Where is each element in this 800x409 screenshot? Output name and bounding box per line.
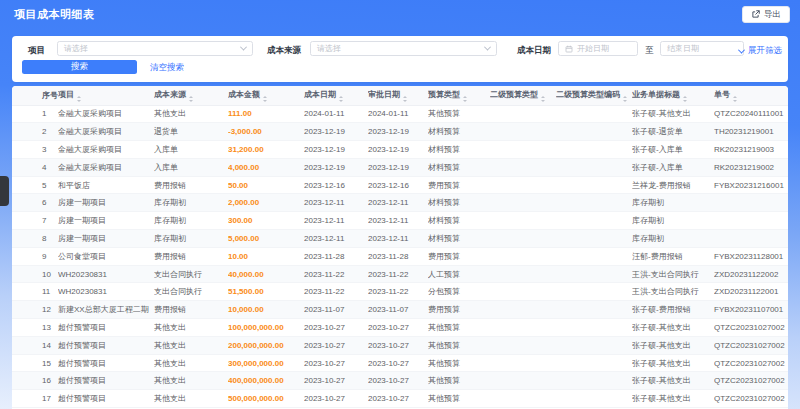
table-cell: 7 bbox=[12, 212, 58, 230]
table-row[interactable]: 13超付预警项目其他支出100,000,000.002023-10-272023… bbox=[12, 319, 788, 337]
sort-icon[interactable] bbox=[339, 96, 343, 102]
table-cell: 房建一期项目 bbox=[58, 194, 154, 212]
table-cell: 10 bbox=[12, 265, 58, 283]
search-button[interactable]: 搜索 bbox=[22, 60, 137, 74]
table-cell: 超付预警项目 bbox=[58, 336, 154, 354]
table-cell: FYBX20231216001 bbox=[714, 176, 788, 194]
end-date-input[interactable]: 结束日期 bbox=[660, 41, 744, 56]
sort-icon[interactable] bbox=[463, 96, 467, 102]
table-row[interactable]: 14超付预警项目其他支出200,000,000.002023-10-272023… bbox=[12, 336, 788, 354]
clear-search-link[interactable]: 清空搜索 bbox=[150, 60, 184, 74]
expand-filters-link[interactable]: 展开筛选 bbox=[739, 45, 782, 57]
table-row[interactable]: 3金融大厦采购项目入库单31,200.002023-12-192023-12-1… bbox=[12, 141, 788, 159]
table-cell bbox=[490, 141, 556, 159]
table-row[interactable]: 1金融大厦采购项目其他支出111.002024-01-112024-01-11其… bbox=[12, 105, 788, 123]
table-cell: 公司食堂项目 bbox=[58, 247, 154, 265]
start-date-input[interactable]: 开始日期 bbox=[558, 41, 638, 56]
table-cell bbox=[556, 283, 632, 301]
table-row[interactable]: 10WH20230831支出合同执行40,000.002023-11-22202… bbox=[12, 265, 788, 283]
table-cell: 金融大厦采购项目 bbox=[58, 141, 154, 159]
table-cell: 材料预算 bbox=[428, 123, 490, 141]
column-header[interactable]: 二级预算类型 bbox=[490, 86, 556, 105]
chevron-down-icon bbox=[484, 44, 491, 51]
table-cell: 其他预算 bbox=[428, 319, 490, 337]
cost-source-select[interactable]: 请选择 bbox=[310, 41, 497, 56]
sort-icon[interactable] bbox=[623, 96, 627, 102]
column-header[interactable]: 审批日期 bbox=[368, 86, 428, 105]
table-cell: FYBX20231128001 bbox=[714, 247, 788, 265]
table-cell: 2023-10-27 bbox=[304, 354, 368, 372]
column-header[interactable]: 成本金额 bbox=[228, 86, 304, 105]
table-row[interactable]: 2金融大厦采购项目退货单-3,000.002023-12-192023-12-1… bbox=[12, 123, 788, 141]
table-row[interactable]: 7房建一期项目库存期初300.002023-12-112023-12-11材料预… bbox=[12, 212, 788, 230]
table-cell bbox=[490, 230, 556, 248]
project-select-placeholder: 请选择 bbox=[64, 43, 241, 54]
table-cell bbox=[556, 372, 632, 390]
table-cell: 10,000.00 bbox=[228, 301, 304, 319]
table-cell: 100,000,000.00 bbox=[228, 319, 304, 337]
table-row[interactable]: 17超付预警项目其他支出500,000,000.002023-10-272023… bbox=[12, 390, 788, 408]
table-row[interactable]: 8房建一期项目库存期初5,000.002023-12-112023-12-11材… bbox=[12, 230, 788, 248]
cost-source-filter-label: 成本来源 bbox=[267, 45, 301, 57]
table-cell: 库存期初 bbox=[632, 230, 714, 248]
sort-icon[interactable] bbox=[403, 96, 407, 102]
table-cell: 张子硕-费用报销 bbox=[632, 301, 714, 319]
table-row[interactable]: 4金融大厦采购项目入库单4,000.002023-12-192023-12-19… bbox=[12, 158, 788, 176]
table-cell: 17 bbox=[12, 390, 58, 408]
table-cell bbox=[556, 123, 632, 141]
project-filter-label: 项目 bbox=[28, 45, 45, 57]
sort-icon[interactable] bbox=[189, 96, 193, 102]
table-row[interactable]: 9公司食堂项目费用报销10.002023-11-282023-11-28费用预算… bbox=[12, 247, 788, 265]
table-cell: 房建一期项目 bbox=[58, 230, 154, 248]
table-cell: 材料预算 bbox=[428, 230, 490, 248]
cost-table: 序号项目成本来源成本金额成本日期审批日期预算类型二级预算类型二级预算类型编码业务… bbox=[12, 86, 788, 408]
table-row[interactable]: 12新建XX总部大厦工程二期费用报销10,000.002023-11-07202… bbox=[12, 301, 788, 319]
sort-icon[interactable] bbox=[77, 96, 81, 102]
table-row[interactable]: 15超付预警项目其他支出300,000,000.002023-10-272023… bbox=[12, 354, 788, 372]
table-body: 1金融大厦采购项目其他支出111.002024-01-112024-01-11其… bbox=[12, 105, 788, 408]
table-cell: 超付预警项目 bbox=[58, 354, 154, 372]
sort-icon[interactable] bbox=[541, 96, 545, 102]
column-header[interactable]: 成本来源 bbox=[154, 86, 228, 105]
column-header[interactable]: 预算类型 bbox=[428, 86, 490, 105]
table-cell bbox=[556, 176, 632, 194]
table-cell: RK20231219002 bbox=[714, 158, 788, 176]
table-cell bbox=[556, 105, 632, 123]
table-cell: 人工预算 bbox=[428, 265, 490, 283]
column-header[interactable]: 二级预算类型编码 bbox=[556, 86, 632, 105]
table-row[interactable]: 5和平饭店费用报销50.002023-12-162023-12-16费用预算兰祥… bbox=[12, 176, 788, 194]
table-cell: 费用预算 bbox=[428, 176, 490, 194]
project-select[interactable]: 请选择 bbox=[57, 41, 253, 56]
column-header: 序号 bbox=[12, 86, 58, 105]
column-header[interactable]: 项目 bbox=[58, 86, 154, 105]
column-header[interactable]: 成本日期 bbox=[304, 86, 368, 105]
cost-date-filter-label: 成本日期 bbox=[517, 45, 551, 57]
table-cell bbox=[490, 123, 556, 141]
table-cell: 2024-01-11 bbox=[304, 105, 368, 123]
table-cell: 其他预算 bbox=[428, 372, 490, 390]
table-cell: 11 bbox=[12, 283, 58, 301]
table-cell: 2023-11-22 bbox=[304, 265, 368, 283]
column-header[interactable]: 单号 bbox=[714, 86, 788, 105]
export-button[interactable]: 导出 bbox=[742, 6, 790, 23]
sort-icon[interactable] bbox=[683, 96, 687, 102]
table-cell: 支出合同执行 bbox=[154, 283, 228, 301]
sort-icon[interactable] bbox=[733, 96, 737, 102]
table-row[interactable]: 6房建一期项目库存期初2,000.002023-12-112023-12-11材… bbox=[12, 194, 788, 212]
table-cell: 张子硕-入库单 bbox=[632, 158, 714, 176]
table-row[interactable]: 11WH20230831支出合同执行51,500.002023-11-22202… bbox=[12, 283, 788, 301]
table-cell: 4 bbox=[12, 158, 58, 176]
side-drawer-handle[interactable] bbox=[0, 176, 9, 206]
table-cell: 300.00 bbox=[228, 212, 304, 230]
column-header[interactable]: 业务单据标题 bbox=[632, 86, 714, 105]
table-cell: 费用报销 bbox=[154, 247, 228, 265]
table-cell: RK20231219003 bbox=[714, 141, 788, 159]
table-cell: 2023-12-11 bbox=[368, 194, 428, 212]
table-cell bbox=[490, 194, 556, 212]
table-cell: 张子硕-其他支出 bbox=[632, 354, 714, 372]
table-cell: 材料预算 bbox=[428, 194, 490, 212]
sort-icon[interactable] bbox=[263, 96, 267, 102]
table-row[interactable]: 16超付预警项目其他支出400,000,000.002023-10-272023… bbox=[12, 372, 788, 390]
table-cell bbox=[490, 212, 556, 230]
table-cell: 2023-11-07 bbox=[368, 301, 428, 319]
